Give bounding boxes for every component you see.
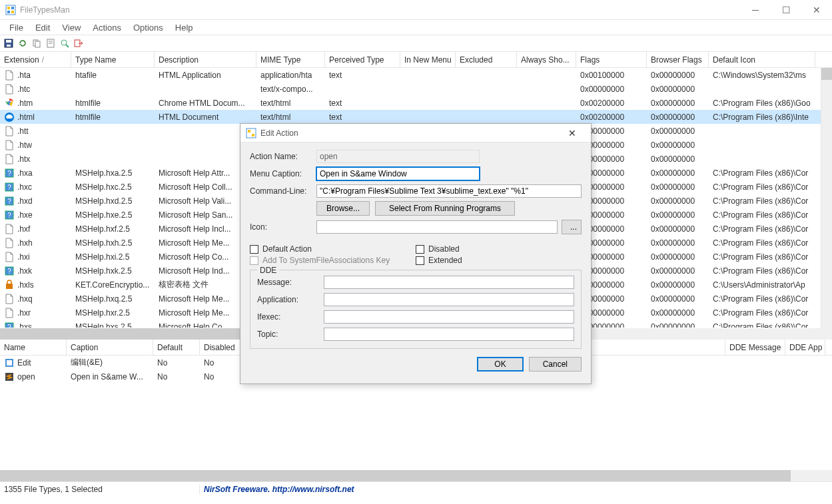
menu-view[interactable]: View <box>57 21 86 34</box>
checkbox-default-action[interactable] <box>250 245 258 254</box>
dde-fieldset: DDE Message: Application: Ifexec: Topic: <box>250 270 582 349</box>
label-menu-caption: Menu Caption: <box>250 169 316 178</box>
label-add-assoc: Add To SystemFileAssociations Key <box>262 256 390 265</box>
label-command-line: Command-Line: <box>250 186 316 196</box>
exit-icon[interactable] <box>73 37 85 49</box>
label-default-action: Default Action <box>262 244 312 254</box>
status-link[interactable]: NirSoft Freeware. http://www.nirsoft.net <box>200 485 358 494</box>
acol-dde-app[interactable]: DDE App <box>785 340 825 355</box>
file-icon <box>4 154 15 164</box>
label-dde-topic: Topic: <box>257 330 324 339</box>
table-row[interactable]: .htctext/x-compo...0x000000000x00000000 <box>0 82 832 96</box>
acol-default[interactable]: Default <box>153 340 200 355</box>
subl-icon <box>4 372 15 382</box>
minimize-button[interactable]: ─ <box>740 0 771 20</box>
find-icon[interactable] <box>59 37 71 49</box>
titlebar: FileTypesMan ─ ☐ ✕ <box>0 0 832 20</box>
label-dde-application: Application: <box>257 295 324 304</box>
file-icon <box>4 308 15 318</box>
menu-edit[interactable]: Edit <box>30 21 55 34</box>
dialog-body: Action Name: Menu Caption: Command-Line:… <box>240 142 591 378</box>
svg-rect-4 <box>11 11 14 13</box>
label-icon: Icon: <box>250 222 316 232</box>
svg-text:?: ? <box>7 184 11 191</box>
toolbar <box>0 35 832 52</box>
menu-actions[interactable]: Actions <box>87 21 127 34</box>
svg-text:?: ? <box>7 268 11 275</box>
acol-name[interactable]: Name <box>0 340 67 355</box>
svg-rect-6 <box>6 40 11 43</box>
main-table-header: Extension Type Name Description MIME Typ… <box>0 52 832 68</box>
dialog-titlebar[interactable]: Edit Action ✕ <box>240 124 591 142</box>
col-newmenu[interactable]: In New Menu <box>400 52 456 67</box>
menubar: File Edit View Actions Options Help <box>0 20 832 35</box>
file-icon <box>4 252 15 262</box>
col-description[interactable]: Description <box>155 52 256 67</box>
acol-dde-message[interactable]: DDE Message <box>725 340 785 355</box>
actions-horizontal-scrollbar[interactable] <box>0 470 832 481</box>
statusbar: 1355 File Types, 1 Selected NirSoft Free… <box>0 481 832 496</box>
col-flags[interactable]: Flags <box>576 52 647 67</box>
app-icon <box>5 5 16 15</box>
file-icon <box>4 70 15 81</box>
svg-rect-33 <box>7 360 12 366</box>
file-icon <box>4 84 15 95</box>
vertical-scrollbar[interactable] <box>821 68 832 328</box>
col-defaulticon[interactable]: Default Icon <box>709 52 815 67</box>
maximize-button[interactable]: ☐ <box>771 0 801 20</box>
refresh-icon[interactable] <box>17 37 29 49</box>
svg-point-13 <box>61 40 67 45</box>
acol-caption[interactable]: Caption <box>67 340 153 355</box>
cancel-button[interactable]: Cancel <box>529 357 582 372</box>
col-type-name[interactable]: Type Name <box>71 52 155 67</box>
input-menu-caption[interactable] <box>316 167 480 180</box>
label-action-name: Action Name: <box>250 152 316 161</box>
table-row[interactable]: .htahtafileHTML Applicationapplication/h… <box>0 68 832 82</box>
encr-icon <box>4 280 15 290</box>
input-dde-ifexec[interactable] <box>324 310 574 324</box>
save-icon[interactable] <box>3 37 15 49</box>
menu-options[interactable]: Options <box>128 21 169 34</box>
file-icon <box>4 126 15 136</box>
col-excluded[interactable]: Excluded <box>456 52 517 67</box>
browse-button[interactable]: Browse... <box>316 201 370 216</box>
copy-icon[interactable] <box>31 37 43 49</box>
close-button[interactable]: ✕ <box>801 0 832 20</box>
select-process-button[interactable]: Select From Running Programs <box>375 201 515 216</box>
file-icon <box>4 224 15 234</box>
input-icon[interactable] <box>316 220 558 234</box>
help-icon: ? <box>4 168 15 178</box>
menu-file[interactable]: File <box>4 21 29 34</box>
help-icon: ? <box>4 322 15 328</box>
svg-rect-37 <box>252 134 254 136</box>
col-alwaysshow[interactable]: Always Sho... <box>517 52 576 67</box>
window-title: FileTypesMan <box>20 5 740 15</box>
properties-icon[interactable] <box>45 37 57 49</box>
icon-browse-button[interactable]: ... <box>562 220 582 234</box>
col-mime[interactable]: MIME Type <box>256 52 325 67</box>
help-icon: ? <box>4 266 15 276</box>
input-dde-application[interactable] <box>324 293 574 306</box>
dialog-close-button[interactable]: ✕ <box>559 128 586 138</box>
svg-rect-29 <box>6 284 13 289</box>
col-extension[interactable]: Extension <box>0 52 71 67</box>
dialog-icon <box>246 128 256 138</box>
menu-help[interactable]: Help <box>170 21 199 34</box>
svg-rect-3 <box>7 11 10 13</box>
svg-rect-36 <box>248 130 250 132</box>
input-command-line[interactable] <box>316 184 582 198</box>
table-row[interactable]: .htmhtmlfileChrome HTML Docum...text/htm… <box>0 96 832 110</box>
ok-button[interactable]: OK <box>477 357 523 372</box>
svg-text:?: ? <box>7 324 11 328</box>
input-dde-message[interactable] <box>324 276 574 289</box>
checkbox-add-assoc <box>250 256 258 265</box>
col-perceived[interactable]: Perceived Type <box>325 52 400 67</box>
label-dde-ifexec: Ifexec: <box>257 312 324 322</box>
input-dde-topic[interactable] <box>324 328 574 341</box>
label-extended: Extended <box>428 256 462 265</box>
checkbox-disabled[interactable] <box>416 245 424 254</box>
checkbox-extended[interactable] <box>416 256 424 265</box>
table-row[interactable]: .htmlhtmlfileHTML Documenttext/htmltext0… <box>0 110 832 124</box>
input-action-name <box>316 150 480 163</box>
col-browserflags[interactable]: Browser Flags <box>647 52 709 67</box>
